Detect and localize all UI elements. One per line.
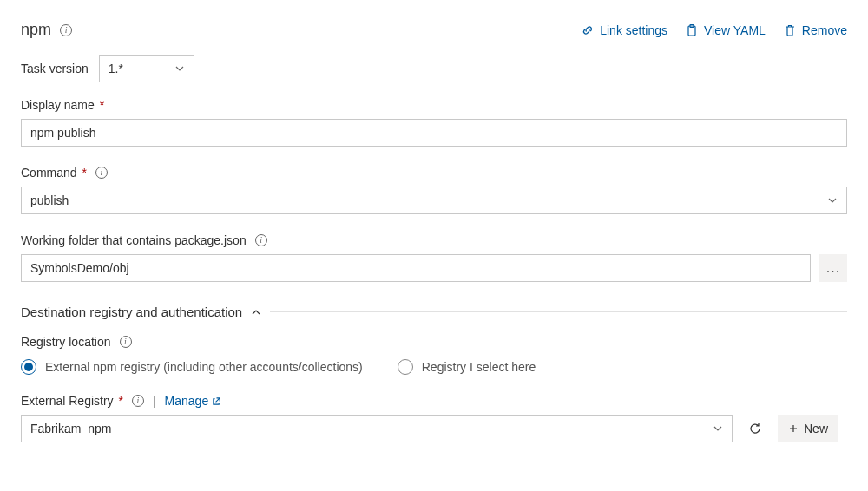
browse-button[interactable]: ... — [819, 254, 847, 282]
radio-unselected-icon — [398, 359, 413, 375]
remove-label: Remove — [802, 23, 847, 37]
chevron-down-icon — [174, 63, 185, 74]
command-block: Command * i publish — [21, 166, 847, 214]
radio-selected-icon — [21, 359, 36, 375]
radio-external-label: External npm registry (including other a… — [45, 360, 363, 374]
trash-icon — [783, 23, 797, 37]
registry-location-block: Registry location i External npm registr… — [21, 335, 847, 375]
working-folder-label: Working folder that contains package.jso… — [21, 233, 247, 247]
working-folder-input-row: ... — [21, 254, 847, 282]
info-icon[interactable]: i — [120, 336, 132, 348]
section-divider — [270, 311, 847, 312]
header-actions: Link settings View YAML Remove — [581, 23, 847, 37]
external-registry-block: External Registry * i | Manage Fabrikam_… — [21, 394, 847, 442]
link-icon — [581, 23, 595, 37]
link-settings-label: Link settings — [600, 23, 667, 37]
display-name-label: Display name * — [21, 98, 104, 112]
registry-location-label-line: Registry location i — [21, 335, 847, 349]
chevron-up-icon — [251, 307, 261, 318]
info-icon[interactable]: i — [132, 395, 144, 407]
task-title: npm — [21, 21, 51, 39]
display-name-block: Display name * — [21, 98, 847, 147]
external-registry-label-line: External Registry * i | Manage — [21, 394, 847, 408]
remove-button[interactable]: Remove — [783, 23, 847, 37]
registry-location-radios: External npm registry (including other a… — [21, 359, 847, 375]
radio-select-here-label: Registry I select here — [422, 360, 536, 374]
task-version-label: Task version — [21, 62, 89, 75]
section-title: Destination registry and authentication — [21, 304, 242, 319]
info-icon[interactable]: i — [60, 24, 72, 36]
link-settings-button[interactable]: Link settings — [581, 23, 667, 37]
title-group: npm i — [21, 21, 72, 39]
registry-location-label: Registry location — [21, 335, 111, 349]
new-button[interactable]: New — [778, 415, 838, 442]
required-marker: * — [115, 394, 123, 408]
new-button-label: New — [804, 422, 828, 435]
chevron-down-icon — [827, 195, 838, 206]
external-registry-label: External Registry * — [21, 394, 123, 408]
external-registry-value: Fabrikam_npm — [30, 422, 111, 435]
info-icon[interactable]: i — [255, 234, 267, 246]
radio-external-registry[interactable]: External npm registry (including other a… — [21, 359, 363, 375]
radio-select-here[interactable]: Registry I select here — [398, 359, 536, 375]
required-marker: * — [96, 98, 104, 112]
task-version-dropdown[interactable]: 1.* — [99, 55, 194, 82]
section-header[interactable]: Destination registry and authentication — [21, 304, 847, 319]
chevron-down-icon — [713, 423, 723, 434]
refresh-icon — [748, 422, 762, 435]
command-dropdown[interactable]: publish — [21, 187, 847, 214]
required-marker: * — [79, 166, 87, 180]
task-header: npm i Link settings View YAML Remove — [21, 21, 847, 39]
external-registry-dropdown[interactable]: Fabrikam_npm — [21, 415, 733, 442]
plus-icon — [788, 423, 799, 434]
external-link-icon — [212, 396, 221, 406]
view-yaml-button[interactable]: View YAML — [685, 23, 766, 37]
working-folder-input[interactable] — [21, 254, 811, 282]
external-registry-row: Fabrikam_npm New — [21, 415, 847, 442]
working-folder-block: Working folder that contains package.jso… — [21, 233, 847, 282]
command-value: publish — [30, 193, 69, 207]
display-name-input[interactable] — [21, 119, 847, 147]
manage-link[interactable]: Manage — [165, 394, 222, 408]
display-name-label-line: Display name * — [21, 98, 847, 112]
view-yaml-label: View YAML — [704, 23, 766, 37]
divider: | — [153, 394, 156, 408]
working-folder-label-line: Working folder that contains package.jso… — [21, 233, 847, 247]
info-icon[interactable]: i — [95, 167, 108, 179]
command-label: Command * — [21, 166, 87, 180]
task-version-value: 1.* — [108, 62, 123, 75]
task-version-row: Task version 1.* — [21, 55, 847, 82]
refresh-button[interactable] — [741, 415, 769, 442]
command-label-line: Command * i — [21, 166, 847, 180]
clipboard-icon — [685, 23, 699, 37]
